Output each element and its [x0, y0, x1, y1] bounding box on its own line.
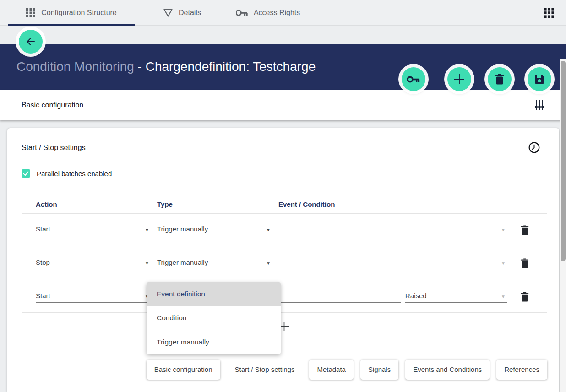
- divider: [22, 213, 547, 214]
- event-condition-select[interactable]: [278, 220, 401, 236]
- action-select[interactable]: Start ▼: [36, 287, 151, 303]
- action-select[interactable]: Start ▼: [36, 220, 151, 236]
- nav-start-stop-settings[interactable]: Start / Stop settings: [227, 360, 303, 380]
- parallel-batches-checkbox-row[interactable]: Parallel batches enabled: [22, 169, 112, 178]
- tab-label: Configuration Structure: [41, 9, 117, 17]
- section-nav: Basic configuration Start / Stop setting…: [147, 360, 547, 380]
- checkbox-checked-icon[interactable]: [22, 169, 30, 178]
- top-tab-bar: Configuration Structure Details Access R…: [0, 0, 566, 26]
- select-value: Trigger manually: [157, 258, 208, 266]
- tune-icon[interactable]: [534, 100, 545, 111]
- divider: [22, 340, 547, 340]
- basic-configuration-card[interactable]: Basic configuration: [0, 90, 566, 120]
- delete-row-button[interactable]: [521, 258, 529, 268]
- apps-grid-icon[interactable]: [544, 8, 554, 18]
- tab-details[interactable]: Details: [163, 0, 201, 26]
- basic-configuration-title: Basic configuration: [22, 101, 83, 109]
- tab-label: Details: [179, 9, 201, 17]
- delete-row-button[interactable]: [521, 292, 529, 302]
- key-icon: [236, 10, 248, 16]
- delete-row-button[interactable]: [521, 225, 529, 235]
- trash-icon: [495, 74, 504, 85]
- table-row: Start ▼ Trigger manually ▼ ▼: [36, 218, 549, 236]
- scrollbar-track[interactable]: [560, 59, 566, 392]
- table-row: Start ▼ Raised ▼: [36, 285, 549, 303]
- nav-events-and-conditions[interactable]: Events and Conditions: [405, 360, 490, 380]
- divider: [22, 279, 547, 279]
- table-row: Stop ▼ Trigger manually ▼ ▼: [36, 251, 549, 269]
- column-header-event-condition: Event / Condition: [278, 200, 335, 208]
- menu-item-event-definition[interactable]: Event definition: [147, 282, 281, 306]
- type-select[interactable]: Trigger manually ▼: [157, 254, 272, 269]
- grid-icon: [26, 8, 35, 17]
- chevron-down-icon: ▼: [266, 227, 271, 232]
- page-title-object: - Chargendefinition: Testcharge: [134, 59, 316, 74]
- clock-icon[interactable]: [528, 142, 540, 153]
- page-title-context: Condition Monitoring: [16, 59, 134, 74]
- checkbox-label: Parallel batches enabled: [37, 170, 112, 177]
- chevron-down-icon: ▼: [501, 261, 506, 266]
- access-key-button[interactable]: [402, 67, 425, 91]
- chevron-down-icon: ▼: [501, 227, 506, 232]
- nav-references[interactable]: References: [496, 360, 547, 380]
- back-button[interactable]: [19, 30, 43, 54]
- action-select[interactable]: Stop ▼: [36, 254, 151, 269]
- add-row-button[interactable]: [22, 312, 547, 340]
- select-value: Raised: [405, 292, 427, 300]
- divider: [22, 246, 547, 246]
- start-stop-settings-card: Start / Stop settings Parallel batches e…: [7, 128, 559, 392]
- save-icon: [534, 74, 545, 85]
- add-button[interactable]: [447, 67, 471, 91]
- chevron-down-icon: ▼: [145, 261, 149, 266]
- tab-label: Access Rights: [254, 9, 300, 17]
- tab-configuration-structure[interactable]: Configuration Structure: [8, 0, 135, 26]
- nav-signals[interactable]: Signals: [360, 360, 398, 380]
- select-value: Start: [36, 225, 50, 233]
- filter-funnel-icon: [163, 9, 173, 17]
- menu-item-condition[interactable]: Condition: [147, 306, 281, 330]
- select-value: Stop: [36, 258, 50, 266]
- tab-access-rights[interactable]: Access Rights: [236, 0, 300, 26]
- type-select[interactable]: Trigger manually ▼: [157, 220, 272, 236]
- arrow-left-icon: [25, 36, 36, 47]
- menu-item-trigger-manually[interactable]: Trigger manually: [147, 330, 281, 354]
- event-condition-select[interactable]: [278, 287, 401, 303]
- page-header: Condition Monitoring - Chargendefinition…: [0, 44, 566, 90]
- page-title: Condition Monitoring - Chargendefinition…: [16, 59, 316, 74]
- delete-button[interactable]: [488, 67, 512, 91]
- state-select[interactable]: Raised ▼: [405, 287, 507, 303]
- column-header-action: Action: [36, 200, 57, 208]
- type-dropdown-menu: Event definition Condition Trigger manua…: [147, 282, 281, 354]
- state-select[interactable]: ▼: [405, 220, 507, 236]
- active-tab-underline: [8, 24, 135, 26]
- chevron-down-icon: ▼: [266, 261, 271, 266]
- select-value: Start: [36, 292, 50, 300]
- state-select[interactable]: ▼: [405, 254, 507, 269]
- scrollbar-thumb[interactable]: [561, 61, 566, 261]
- key-icon: [407, 76, 420, 83]
- save-button[interactable]: [528, 67, 551, 91]
- chevron-down-icon: ▼: [145, 227, 149, 232]
- column-header-type: Type: [157, 200, 173, 208]
- event-condition-select[interactable]: [278, 254, 401, 269]
- nav-basic-configuration[interactable]: Basic configuration: [147, 360, 220, 380]
- nav-metadata[interactable]: Metadata: [309, 360, 354, 380]
- plus-icon: [453, 73, 465, 85]
- section-title: Start / Stop settings: [22, 144, 86, 152]
- select-value: Trigger manually: [157, 225, 208, 233]
- screen: Configuration Structure Details Access R…: [0, 0, 566, 392]
- chevron-down-icon: ▼: [501, 294, 506, 299]
